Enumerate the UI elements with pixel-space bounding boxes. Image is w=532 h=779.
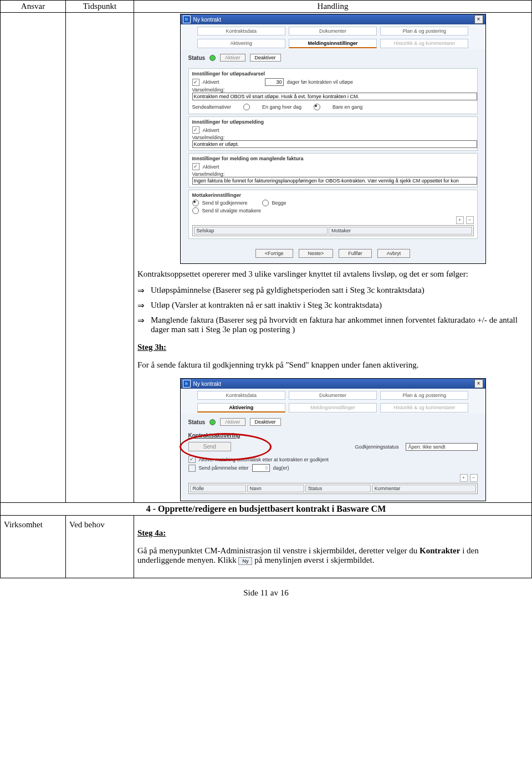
intro-text: Kontraktsoppsettet opererer med 3 ulike … xyxy=(137,269,528,279)
th-selskap: Selskap xyxy=(194,227,328,235)
tab-dokumenter[interactable]: Dokumenter xyxy=(289,27,377,35)
dialog2-title: Ny kontrakt xyxy=(193,381,222,387)
radio-godkjennere[interactable] xyxy=(192,200,199,206)
ny-button[interactable]: Ny xyxy=(238,557,252,565)
cell-step4a: Steg 4a: Gå på menypunktet CM-Administra… xyxy=(134,516,532,578)
close-icon2[interactable]: × xyxy=(474,379,483,388)
page-footer: Side 11 av 16 xyxy=(0,588,532,598)
app-icon2: b xyxy=(183,380,191,388)
group1-title: Innstillinger for utløpsadvarsel xyxy=(192,71,474,77)
step4a-text3: på menylinjen øverst i skjermbildet. xyxy=(254,556,374,564)
radio-utvalgte-label: Send til utvalgte mottakere xyxy=(202,208,262,213)
add-icon[interactable]: + xyxy=(456,216,464,224)
varsel3-input[interactable] xyxy=(192,177,477,185)
d2-tab-meldinger[interactable]: Meldingsinnstillinger xyxy=(289,403,377,413)
tab-kontraktsdata[interactable]: Kontraktsdata xyxy=(197,27,285,35)
d2-tab-historikk[interactable]: Historikk & og kommentarer xyxy=(380,403,468,413)
deaktiver-button[interactable]: Deaktiver xyxy=(250,54,281,62)
d2-tab-kontraktsdata[interactable]: Kontraktsdata xyxy=(197,391,285,400)
d2-tab-dokumenter[interactable]: Dokumenter xyxy=(289,391,377,400)
radio-begge[interactable] xyxy=(262,200,269,206)
tab-meldingsinnstillinger[interactable]: Meldingsinnstillinger xyxy=(289,39,377,48)
group-utlopsmelding: Innstillinger for utløpsmelding ✓ Aktive… xyxy=(188,116,478,151)
tab-aktivering[interactable]: Aktivering xyxy=(197,39,285,48)
button-bar: <Forrige Neste> Fullfør Avbryt xyxy=(181,245,485,263)
tabs2-row-1: Kontraktsdata Dokumenter Plan & og poste… xyxy=(181,389,485,401)
d2-tab-aktivering[interactable]: Aktivering xyxy=(197,403,285,413)
godkjenningsstatus-label: Godkjenningsstatus xyxy=(355,444,398,450)
group-utlopsadvarsel: Innstillinger for utløpsadvarsel ✓ Aktiv… xyxy=(188,68,478,114)
aktivert1-checkbox[interactable]: ✓ xyxy=(192,79,200,86)
bullet-list: Utløpspåminnelse (Baserer seg på gyldigh… xyxy=(137,286,528,334)
app-icon: b xyxy=(183,16,191,23)
group4-title: Mottakerinnstillinger xyxy=(192,192,474,198)
status-label: Status xyxy=(188,55,206,61)
tabs2-row-2: Aktivering Meldingsinnstillinger Histori… xyxy=(181,401,485,414)
d2-days-input[interactable] xyxy=(252,464,270,472)
d2-dager-label: dag(er) xyxy=(273,465,289,471)
d2-th-status: Status xyxy=(305,485,371,492)
step4a-kontrakter: Kontrakter xyxy=(420,546,460,555)
send-button[interactable]: Send xyxy=(188,442,231,451)
status-row: Status Aktiver Deaktiver xyxy=(188,53,478,66)
d2-th-rolle: Rolle xyxy=(190,485,246,492)
varsel1-input[interactable] xyxy=(192,93,477,100)
d2-group-title: Kontraktsaktivering xyxy=(188,432,478,439)
radio-bare-en-gang[interactable] xyxy=(314,104,320,110)
d2-aktiver-button[interactable]: Aktiver xyxy=(220,418,245,426)
d2-chk2[interactable] xyxy=(188,465,196,472)
tab-plan[interactable]: Plan & og postering xyxy=(380,27,468,35)
tabs-row-1: Kontraktsdata Dokumenter Plan & og poste… xyxy=(181,24,485,37)
sendalt-label: Sendealternativer xyxy=(192,104,232,110)
dialog-title: Ny kontrakt xyxy=(193,17,222,23)
radio-engang-dag-label: En gang hver dag xyxy=(262,104,301,110)
bullet-1: Utløpspåminnelse (Baserer seg på gyldigh… xyxy=(137,286,528,295)
mottaker-table: Selskap Mottaker xyxy=(192,225,474,236)
dialog-meldingsinnstillinger: b Ny kontrakt × Kontraktsdata Dokumenter… xyxy=(180,14,486,264)
titlebar: b Ny kontrakt × xyxy=(181,14,485,24)
section4-title: 4 - Opprette/redigere en budsjettbasert … xyxy=(1,503,532,516)
close-icon[interactable]: × xyxy=(474,15,483,24)
avbryt-button[interactable]: Avbryt xyxy=(377,249,410,258)
neste-button[interactable]: Neste> xyxy=(299,249,334,258)
d2-deaktiver-button[interactable]: Deaktiver xyxy=(250,418,281,426)
forrige-button[interactable]: <Forrige xyxy=(255,249,293,258)
bullet-3: Manglende faktura (Baserer seg på hvorvi… xyxy=(137,315,528,334)
d2-remove-icon[interactable]: − xyxy=(470,474,478,482)
cell-ansvar-empty xyxy=(1,13,66,503)
varsel1-label: Varselmelding: xyxy=(192,87,474,93)
d2-chk2-label: Send påminnelse etter xyxy=(199,465,249,471)
d2-tab-plan[interactable]: Plan & og postering xyxy=(380,391,468,400)
d2-status-row: Status Aktiver Deaktiver xyxy=(188,417,478,430)
d2-th-kommentar: Kommentar xyxy=(372,485,476,492)
d2-chk1[interactable]: ✓ xyxy=(188,456,196,463)
group-manglende-faktura: Innstillinger for melding om manglende f… xyxy=(188,153,478,187)
aktivert2-checkbox[interactable]: ✓ xyxy=(192,126,200,134)
cell-vedbehov: Ved behov xyxy=(66,516,134,578)
aktivert3-checkbox[interactable]: ✓ xyxy=(192,163,200,170)
fullfor-button[interactable]: Fullfør xyxy=(339,249,372,258)
th-mottaker: Mottaker xyxy=(329,227,472,235)
varsel3-label: Varselmelding: xyxy=(192,171,474,177)
group3-title: Innstillinger for melding om manglende f… xyxy=(192,156,474,161)
varsel2-label: Varselmelding: xyxy=(192,135,474,140)
radio-engang-dag[interactable] xyxy=(243,104,250,110)
d2-status-label: Status xyxy=(188,419,206,425)
aktiver-button[interactable]: Aktiver xyxy=(220,54,245,62)
cell-handling: b Ny kontrakt × Kontraktsdata Dokumenter… xyxy=(134,13,532,503)
step4a-heading: Steg 4a: xyxy=(137,528,166,537)
radio-begge-label: Begge xyxy=(272,200,287,206)
group-mottaker: Mottakerinnstillinger Send til godkjenne… xyxy=(188,190,478,239)
varsel2-input[interactable] xyxy=(192,140,477,148)
d2-add-icon[interactable]: + xyxy=(460,474,468,482)
header-handling: Handling xyxy=(134,1,532,13)
aktivert1-label: Aktivert xyxy=(203,79,219,85)
cell-tids-empty xyxy=(66,13,134,503)
main-table: Ansvar Tidspunkt Handling b Ny kontrakt … xyxy=(0,0,532,578)
remove-icon[interactable]: − xyxy=(466,216,474,224)
radio-utvalgte[interactable] xyxy=(192,207,199,214)
days-input[interactable] xyxy=(265,78,284,86)
tab-historikk[interactable]: Historikk & og kommentarer xyxy=(380,39,468,48)
aktivert3-label: Aktivert xyxy=(203,164,219,170)
bullet-2: Utløp (Varsler at kontrakten nå er satt … xyxy=(137,301,528,310)
